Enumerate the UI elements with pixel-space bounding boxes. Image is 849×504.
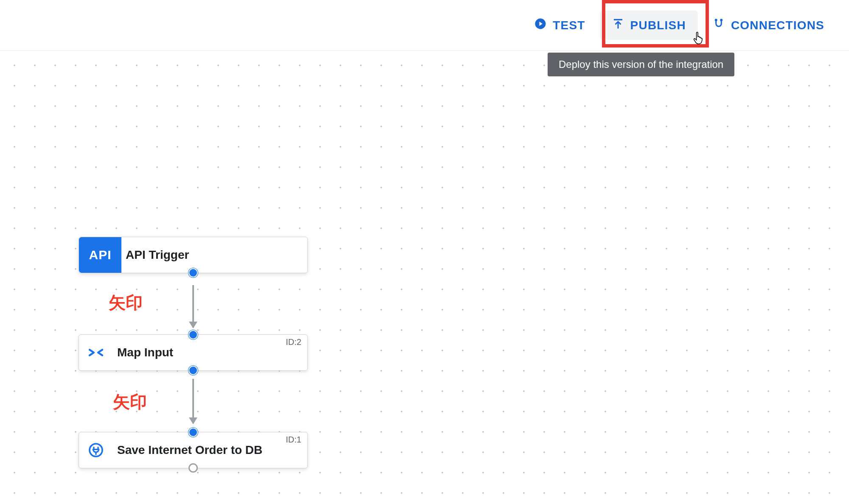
api-badge: API [79,237,121,273]
connections-button[interactable]: CONNECTIONS [700,11,836,40]
publish-tooltip: Deploy this version of the integration [548,53,734,76]
publish-button[interactable]: PUBLISH [600,11,698,40]
connections-label: CONNECTIONS [731,19,824,32]
svg-rect-0 [614,19,622,20]
node-id: ID:2 [286,337,301,347]
cursor-pointer-icon [692,31,704,46]
node-save-order[interactable]: Save Internet Order to DB ID:1 [79,432,308,468]
map-icon [79,335,113,370]
connections-icon [712,17,725,33]
annotation-arrow-1: 矢印 [109,291,143,314]
edge-1 [192,285,194,328]
test-button[interactable]: TEST [522,11,597,40]
input-port[interactable] [188,330,198,339]
flow-canvas[interactable]: API API Trigger 矢印 Map Input ID:2 矢印 [0,51,849,504]
node-title: API Trigger [126,248,189,262]
test-label: TEST [553,19,585,32]
plug-circle-icon [79,432,113,468]
publish-icon [612,17,624,33]
node-api-trigger[interactable]: API API Trigger [79,237,308,273]
play-circle-icon [534,17,547,33]
input-port[interactable] [188,428,198,437]
node-id: ID:1 [286,435,301,445]
output-port[interactable] [188,366,198,375]
node-title: Save Internet Order to DB [117,443,262,457]
output-port-empty[interactable] [188,463,198,473]
edge-2 [192,379,194,423]
node-title: Map Input [117,346,173,359]
annotation-arrow-2: 矢印 [113,390,147,414]
publish-label: PUBLISH [630,19,686,32]
top-toolbar: TEST PUBLISH CONNECTIONS [0,0,849,51]
node-map-input[interactable]: Map Input ID:2 [79,334,308,371]
output-port[interactable] [188,268,198,277]
